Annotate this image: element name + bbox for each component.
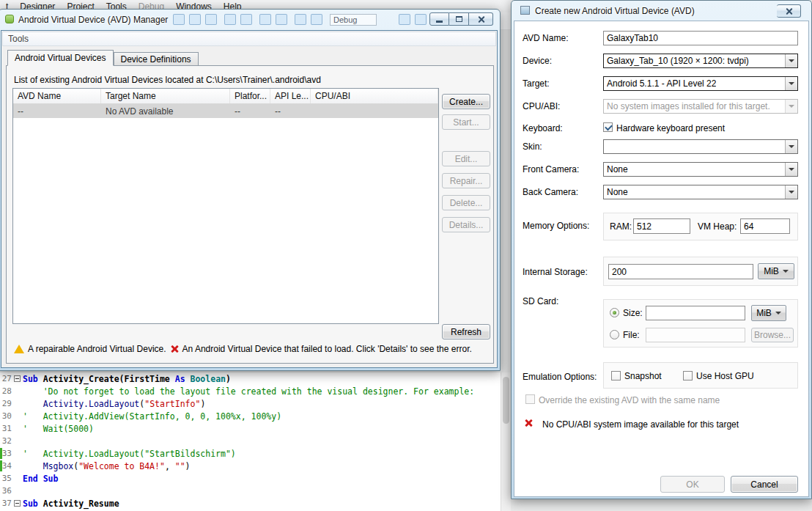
column-header[interactable]: Target Name <box>101 89 230 103</box>
fold-collapse-icon[interactable] <box>14 500 21 507</box>
internal-storage-unit-dropdown[interactable]: MiB <box>758 263 794 279</box>
ok-button[interactable]: OK <box>660 476 725 493</box>
toolbar-ghost-icon <box>240 14 252 25</box>
tab-device-definitions[interactable]: Device Definitions <box>114 52 199 66</box>
emulation-options-label: Emulation Options: <box>523 372 597 382</box>
line-number: 29 <box>0 399 12 408</box>
cpu-abi-label: CPU/ABI: <box>523 101 560 111</box>
code-line-37[interactable]: 37Sub Activity_Resume <box>0 497 501 510</box>
fold-margin <box>12 497 23 510</box>
toolbar-ghost-icon <box>415 14 427 25</box>
chevron-down-icon[interactable] <box>785 185 797 199</box>
code-text: End Sub <box>23 474 58 484</box>
create-avd-titlebar[interactable]: Create new Android Virtual Device (AVD) <box>512 1 811 20</box>
chevron-down-icon[interactable] <box>785 54 797 67</box>
internal-storage-group: MiB <box>603 257 798 286</box>
change-indicator <box>0 448 2 459</box>
fold-collapse-icon[interactable] <box>14 375 21 382</box>
code-line-33[interactable]: 33' Activity.LoadLayout("StartBildschirm… <box>0 447 501 460</box>
chevron-down-icon[interactable] <box>785 140 797 153</box>
chevron-down-icon <box>785 100 797 113</box>
use-host-gpu-checkbox[interactable] <box>683 371 693 381</box>
toolbar-ghost-icon <box>189 14 201 25</box>
close-button[interactable] <box>469 12 493 26</box>
hardware-keyboard-option-label: Hardware keyboard present <box>616 123 725 133</box>
code-text: ' Activity.LoadLayout("StartBildschirm") <box>23 449 236 459</box>
back-camera-combobox[interactable]: None <box>603 185 798 199</box>
fold-margin <box>12 372 23 385</box>
minimize-button[interactable] <box>429 12 449 26</box>
fold-margin <box>12 385 23 397</box>
edit-button[interactable]: Edit... <box>442 151 490 166</box>
editor-scrollbar[interactable] <box>501 372 511 511</box>
column-header[interactable]: AVD Name <box>13 89 101 103</box>
delete-button[interactable]: Delete... <box>442 195 490 210</box>
ram-label: RAM: <box>610 221 632 232</box>
close-button[interactable] <box>777 4 801 18</box>
tab-android-virtual-devices[interactable]: Android Virtual Devices <box>7 50 114 66</box>
warning-icon <box>14 345 24 353</box>
table-row[interactable]: --No AVD available---- <box>13 104 438 118</box>
override-avd-label: Override the existing AVD with the same … <box>539 395 720 405</box>
column-header[interactable]: CPU/ABI <box>311 89 438 103</box>
minimize-icon <box>436 21 443 23</box>
sd-size-label: Size: <box>623 308 643 318</box>
front-camera-combobox[interactable]: None <box>603 162 798 177</box>
table-cell: -- <box>230 104 270 118</box>
refresh-button[interactable]: Refresh <box>442 324 490 339</box>
line-number: 35 <box>0 474 12 483</box>
sd-size-input[interactable] <box>646 306 745 320</box>
avd-table[interactable]: AVD NameTarget NamePlatfor...API Le...CP… <box>12 88 439 324</box>
code-line-34[interactable]: 34 Msgbox("Welcome to B4A!", "") <box>0 460 501 472</box>
table-cell: -- <box>13 104 101 118</box>
code-line-32[interactable]: 32 <box>0 435 501 447</box>
override-avd-checkbox <box>525 394 535 404</box>
sd-file-radio[interactable] <box>610 330 619 339</box>
chevron-down-icon[interactable] <box>785 77 797 90</box>
code-line-31[interactable]: 31' Wait(5000) <box>0 422 501 435</box>
sd-file-label: File: <box>623 330 640 340</box>
sd-size-unit-dropdown[interactable]: MiB <box>751 305 786 321</box>
fold-margin <box>12 410 23 422</box>
start-button[interactable]: Start... <box>442 114 490 130</box>
column-header[interactable]: Platfor... <box>230 89 270 103</box>
internal-storage-input[interactable] <box>608 264 753 279</box>
fold-margin <box>12 472 23 485</box>
maximize-button[interactable] <box>449 12 469 26</box>
menu-tools[interactable]: Tools <box>8 34 29 44</box>
code-line-28[interactable]: 28 'Do not forget to load the layout fil… <box>0 385 501 397</box>
repair-button[interactable]: Repair... <box>442 173 490 188</box>
column-header[interactable]: API Le... <box>270 89 311 103</box>
target-combobox[interactable]: Android 5.1.1 - API Level 22 <box>603 76 798 91</box>
code-line-35[interactable]: 35End Sub <box>0 472 501 485</box>
sd-size-radio[interactable] <box>610 308 619 317</box>
chevron-down-icon <box>783 270 789 273</box>
hardware-keyboard-checkbox[interactable] <box>603 122 613 132</box>
code-line-27[interactable]: 27Sub Activity_Create(FirstTime As Boole… <box>0 372 501 385</box>
line-number: 30 <box>0 411 12 421</box>
details-button[interactable]: Details... <box>442 217 490 232</box>
code-line-30[interactable]: 30' Activity.AddView(StartInfo, 0, 0, 10… <box>0 410 501 422</box>
ok-button-label: OK <box>686 479 698 490</box>
code-line-36[interactable]: 36 <box>0 485 501 497</box>
toolbar-ghost-icon <box>311 14 322 25</box>
internal-storage-label: Internal Storage: <box>523 267 588 277</box>
code-editor[interactable]: 27Sub Activity_Create(FirstTime As Boole… <box>0 372 501 511</box>
skin-combobox[interactable] <box>603 139 798 154</box>
cancel-button[interactable]: Cancel <box>731 476 798 493</box>
line-number: 36 <box>0 486 12 496</box>
device-combobox[interactable]: Galaxy_Tab_10 (1920 × 1200: tvdpi) <box>603 54 798 68</box>
vm-heap-input[interactable] <box>740 218 790 234</box>
browse-button[interactable]: Browse... <box>751 328 794 342</box>
avd-list-panel: List of existing Android Virtual Devices… <box>6 65 494 364</box>
toolbar-ghost-icon <box>224 14 236 25</box>
create-button[interactable]: Create... <box>442 94 490 109</box>
avd-manager-titlebar[interactable]: Android Virtual Device (AVD) Manager Deb… <box>0 10 500 29</box>
scrollbar-thumb[interactable] <box>503 377 509 424</box>
snapshot-checkbox[interactable] <box>611 371 621 381</box>
code-line-29[interactable]: 29 Activity.LoadLayout("StartInfo") <box>0 397 501 410</box>
device-value: Galaxy_Tab_10 (1920 × 1200: tvdpi) <box>607 56 749 66</box>
avd-name-input[interactable] <box>603 31 798 45</box>
ram-input[interactable] <box>633 218 690 234</box>
chevron-down-icon[interactable] <box>785 163 797 176</box>
